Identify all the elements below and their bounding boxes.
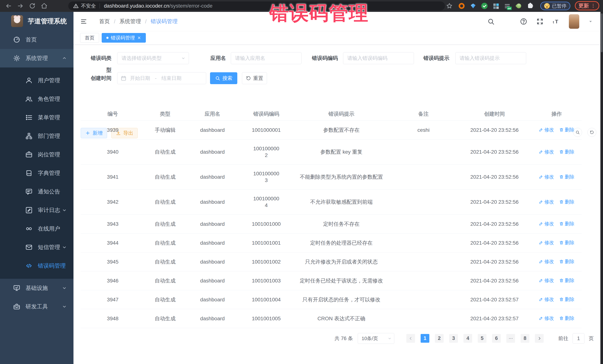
delete-link[interactable]: 删除	[559, 126, 574, 133]
page-button-1[interactable]: 1	[421, 334, 429, 343]
sidebar-item-用户管理[interactable]: 用户管理	[0, 71, 73, 90]
delete-link[interactable]: 删除	[559, 174, 574, 180]
edit-link[interactable]: 修改	[539, 220, 554, 227]
sidebar-item-错误码管理[interactable]: 错误码管理	[0, 256, 73, 275]
prev-page-button[interactable]	[406, 334, 415, 343]
delete-link[interactable]: 删除	[559, 148, 574, 155]
sidebar-item-岗位管理[interactable]: 岗位管理	[0, 145, 73, 164]
sidebar-item-角色管理[interactable]: 角色管理	[0, 90, 73, 108]
table-row: 3944自动生成dashboard1001001001定时任务的处理器已经存在2…	[81, 233, 582, 253]
scrollbar-thumb[interactable]	[601, 13, 603, 52]
extension-grid-icon[interactable]	[492, 3, 499, 9]
filter-msg-input[interactable]: 请输入错误码提示	[455, 52, 526, 64]
tab-close-icon[interactable]	[137, 36, 141, 40]
page-size-select[interactable]: 10条/页	[358, 333, 394, 344]
browser-update-button[interactable]: 更新	[575, 1, 599, 10]
filter-date-range[interactable]: 开始日期 - 结束日期	[117, 72, 206, 84]
header-search-icon[interactable]	[487, 18, 495, 25]
browser-reload-icon[interactable]	[29, 3, 36, 9]
page-button-5[interactable]: 5	[478, 334, 487, 343]
page-button-3[interactable]: 3	[449, 334, 458, 343]
sidebar-item-label: 审计日志	[38, 207, 60, 214]
sidebar-item-短信管理[interactable]: 短信管理	[0, 238, 73, 256]
extension-gem-icon[interactable]	[470, 3, 476, 9]
filter-app-input[interactable]: 请输入应用名	[231, 52, 302, 64]
edit-link[interactable]: 修改	[539, 148, 554, 155]
delete-link[interactable]: 删除	[559, 199, 574, 205]
breadcrumb-item-系统管理[interactable]: 系统管理	[119, 18, 141, 25]
github-icon[interactable]	[504, 18, 511, 25]
filter-code-input[interactable]: 请输入错误码编码	[343, 52, 414, 64]
extension-orange-icon[interactable]	[458, 3, 465, 9]
sidebar-item-菜单管理[interactable]: 菜单管理	[0, 108, 73, 127]
user-avatar[interactable]	[569, 14, 579, 29]
jump-page-input[interactable]: 1	[573, 333, 584, 344]
browser-forward-icon[interactable]	[17, 3, 24, 9]
page-button-4[interactable]: 4	[464, 334, 472, 343]
delete-link[interactable]: 删除	[559, 220, 574, 227]
edit-link[interactable]: 修改	[539, 258, 554, 265]
sidebar-item-字典管理[interactable]: 字典管理	[0, 164, 73, 182]
user-menu-caret-icon[interactable]	[588, 19, 593, 24]
delete-link[interactable]: 删除	[559, 296, 574, 303]
delete-link[interactable]: 删除	[559, 315, 574, 321]
column-header-操作: 操作	[532, 108, 582, 121]
extensions-puzzle-icon[interactable]	[527, 3, 533, 9]
next-page-button[interactable]	[535, 334, 544, 343]
browser-menu-icon[interactable]	[591, 3, 596, 8]
page-button-2[interactable]: 2	[435, 334, 444, 343]
delete-link[interactable]: 删除	[559, 277, 574, 284]
sidebar-toggle-hamburger-icon[interactable]	[80, 18, 87, 25]
edit-link[interactable]: 修改	[539, 239, 554, 246]
post-icon	[25, 151, 33, 158]
tab-首页[interactable]: 首页	[80, 33, 99, 43]
sidebar-item-研发工具[interactable]: 研发工具	[0, 297, 73, 316]
sidebar-item-部门管理[interactable]: 部门管理	[0, 127, 73, 145]
browser-back-icon[interactable]	[5, 3, 12, 9]
refresh-table-button[interactable]	[587, 128, 596, 137]
cell-msg: 只允许修改为开启或者关闭状态	[293, 253, 390, 271]
reset-button[interactable]: 重置	[242, 72, 267, 84]
font-size-icon[interactable]: tT	[553, 18, 560, 25]
calendar-icon	[121, 76, 126, 81]
browser-home-icon[interactable]	[41, 3, 47, 9]
paused-label: 已暂停	[552, 3, 567, 9]
cell-app: dashboard	[186, 271, 239, 290]
edit-link[interactable]: 修改	[539, 199, 554, 205]
page-button-8[interactable]: 8	[521, 334, 529, 343]
edit-link[interactable]: 修改	[539, 296, 554, 303]
sidebar-item-通知公告[interactable]: 通知公告	[0, 182, 73, 201]
sidebar-item-审计日志[interactable]: 审计日志	[0, 201, 73, 220]
page-ellipsis-button[interactable]	[506, 334, 515, 343]
sidebar-item-基础设施[interactable]: 基础设施	[0, 279, 73, 297]
help-icon[interactable]	[520, 18, 527, 25]
pagination-total: 共 76 条	[335, 333, 353, 344]
edit-link[interactable]: 修改	[539, 126, 554, 133]
bookmark-star-icon[interactable]	[446, 3, 453, 9]
reset-button-icon	[246, 76, 251, 81]
delete-link[interactable]: 删除	[559, 258, 574, 265]
tabs-bar: 首页错误码管理	[73, 31, 600, 44]
sidebar-item-首页[interactable]: 首页	[0, 30, 73, 49]
extension-list-icon[interactable]: on	[504, 3, 510, 9]
fullscreen-icon[interactable]	[536, 18, 544, 25]
filter-type-select[interactable]: 请选择错误码类型	[117, 52, 189, 64]
sidebar-item-在线用户[interactable]: 在线用户	[0, 220, 73, 238]
not-secure-warning-icon[interactable]	[73, 3, 79, 9]
window-scrollbar[interactable]	[600, 12, 603, 364]
tab-错误码管理[interactable]: 错误码管理	[102, 33, 146, 43]
address-bar[interactable]: 不安全 dashboard.yudao.iocoder.cn /system/e…	[68, 1, 445, 10]
profile-paused-chip[interactable]: 已暂停	[540, 2, 570, 10]
delete-link[interactable]: 删除	[559, 239, 574, 246]
page-button-6[interactable]: 6	[492, 334, 501, 343]
sidebar-item-系统管理[interactable]: 系统管理	[0, 49, 73, 67]
search-button[interactable]: 搜索	[210, 72, 237, 84]
edit-link[interactable]: 修改	[539, 315, 554, 321]
extension-check-icon[interactable]	[481, 3, 487, 9]
tab-label: 首页	[85, 35, 94, 41]
extension-drop-icon[interactable]	[515, 3, 522, 9]
breadcrumb-item-首页[interactable]: 首页	[99, 18, 110, 25]
page-size-value: 10条/页	[358, 335, 387, 342]
edit-link[interactable]: 修改	[539, 277, 554, 284]
edit-link[interactable]: 修改	[539, 174, 554, 180]
